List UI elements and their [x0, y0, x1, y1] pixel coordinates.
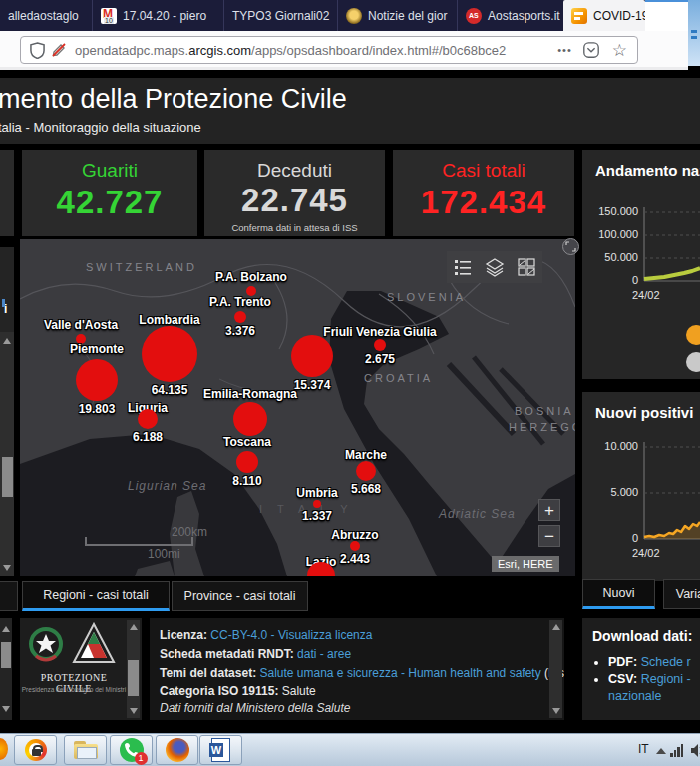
browser-tab-3[interactable]: TYPO3 Giornali02 [: [223, 0, 331, 31]
tray-network-icon[interactable]: [670, 744, 686, 757]
license-link[interactable]: Visualizza licenza: [278, 628, 373, 642]
region-label: Toscana: [223, 435, 271, 449]
region-bubble[interactable]: [236, 451, 258, 473]
license-link[interactable]: Salute umana e sicurezza - Human health …: [259, 666, 540, 680]
protezione-civile-logo: [72, 622, 116, 670]
arcgis-dashboard-icon: [571, 8, 587, 24]
stat-value: 22.745: [204, 182, 385, 219]
clipped-map-tab[interactable]: [0, 581, 18, 611]
firefox-taskbar-icon[interactable]: [156, 735, 198, 765]
region-value: 8.110: [232, 474, 261, 488]
basemap-gallery-icon[interactable]: [518, 258, 535, 276]
page-actions-icon[interactable]: •••: [557, 44, 572, 56]
download-link[interactable]: Regioni -: [641, 672, 691, 686]
download-link[interactable]: nazionale: [608, 689, 662, 703]
region-bubble[interactable]: [234, 311, 246, 323]
url-field[interactable]: opendatadpc.maps.arcgis.com/apps/opsdash…: [20, 36, 638, 64]
license-link[interactable]: CC-BY-4.0: [210, 628, 267, 642]
tracking-shield-icon[interactable]: [30, 42, 45, 59]
bookmark-star-icon[interactable]: ☆: [612, 40, 627, 61]
legend-icon[interactable]: [454, 258, 472, 276]
legend-dot-orange: [686, 325, 700, 345]
stat-panel-casi-totali: Casi totali 172.434: [393, 150, 574, 236]
region-bubble[interactable]: [313, 500, 321, 508]
browser-tab-1[interactable]: alledaostaglo: [0, 0, 86, 31]
region-value: 19.803: [79, 402, 116, 416]
region-label: Umbria: [296, 486, 337, 500]
whatsapp-badge: 1: [135, 752, 148, 765]
tray-language-indicator[interactable]: IT: [638, 742, 649, 756]
screen: { "browser": { "tabs": [ {"title": "alle…: [0, 0, 700, 766]
stat-value: 172.434: [393, 184, 574, 221]
license-link[interactable]: aree: [327, 647, 351, 661]
chart-tab-nuovi[interactable]: Nuovi: [582, 579, 655, 609]
region-value: 15.374: [294, 378, 331, 392]
browser-tab-4[interactable]: Notizie del gior: [337, 0, 451, 31]
layers-icon[interactable]: [485, 257, 505, 277]
logo-text-2: Presidenza del Consiglio dei Ministri: [20, 686, 128, 693]
pocket-icon[interactable]: [582, 41, 600, 59]
clipped-bottom-scrollbar[interactable]: [0, 618, 12, 720]
region-bubble[interactable]: [350, 541, 360, 551]
map-attribution: Esri, HERE: [492, 556, 559, 572]
browser-tab-5[interactable]: AS Aostasports.it -: [457, 0, 560, 31]
blocked-permission-icon[interactable]: [51, 42, 67, 58]
logo-scrollbar[interactable]: [127, 620, 140, 718]
download-item-csv: CSV: Regioni - nazionale: [608, 671, 691, 705]
region-bubble[interactable]: [374, 339, 386, 351]
region-bubble[interactable]: [356, 461, 376, 481]
license-scrollbar[interactable]: [549, 620, 562, 718]
region-bubble[interactable]: [138, 409, 158, 429]
browser-tab-2[interactable]: M 10 17.04.20 - piero: [92, 0, 217, 31]
region-value: 2.443: [340, 552, 370, 566]
stat-panel-guariti: Guariti 42.727: [22, 150, 197, 236]
map-tab-province[interactable]: Province - casi totali: [172, 581, 308, 611]
zoom-in-button[interactable]: +: [538, 499, 560, 521]
tab-title: 17.04.20 - piero: [123, 9, 206, 23]
whatsapp-taskbar-icon[interactable]: 1: [110, 735, 153, 765]
tab-title: COVID-19 IT: [593, 9, 645, 23]
word-taskbar-icon[interactable]: W: [199, 735, 242, 765]
region-label: P.A. Trento: [209, 295, 271, 309]
page-title: mento della Protezione Civile: [0, 84, 347, 115]
expand-icon[interactable]: [562, 238, 579, 255]
download-link[interactable]: Schede r: [641, 655, 691, 669]
browser-tab-active[interactable]: COVID-19 IT ×: [563, 0, 645, 31]
region-bubble[interactable]: [291, 335, 333, 377]
tray-show-hidden-icon[interactable]: [656, 748, 666, 754]
stat-panel-deceduti: Deceduti 22.745 Conferma dati in attesa …: [204, 150, 385, 236]
stat-label: Guariti: [22, 160, 197, 182]
tray-volume-icon[interactable]: [690, 743, 700, 762]
region-value: 2.675: [365, 352, 395, 366]
region-label: Friuli Venezia Giulia: [323, 325, 436, 339]
background-window-edge: [688, 0, 700, 66]
region-bubble[interactable]: [233, 402, 267, 436]
clipped-taskbar-icon[interactable]: [0, 738, 8, 760]
region-bubble[interactable]: [142, 326, 197, 382]
clipped-flag-icon: [2, 299, 5, 307]
region-bubble[interactable]: [76, 359, 118, 401]
chart-tab-variazione[interactable]: Variaz: [663, 579, 700, 609]
license-row-3: Temi del dataset: Salute umana e sicurez…: [160, 666, 564, 680]
license-row-1: Licenza: CC-BY-4.0 - Visualizza licenza: [160, 628, 372, 642]
stat-value: 42.727: [22, 184, 197, 221]
region-label: Piemonte: [70, 342, 124, 356]
license-row-4: Categoria ISO 19115: Salute: [160, 684, 316, 698]
antivirus-taskbar-icon[interactable]: [14, 735, 57, 765]
license-link[interactable]: dati: [297, 647, 316, 661]
logo-panel: PROTEZIONE CIVILE Presidenza del Consigl…: [20, 618, 142, 720]
clipped-left-stat-panel: [0, 150, 14, 236]
map-tab-regioni[interactable]: Regioni - casi totali: [22, 581, 170, 611]
region-label: P.A. Bolzano: [215, 270, 287, 284]
license-row-5: Dati forniti dal Ministero della Salute: [160, 701, 350, 715]
tab-title: Notizie del gior: [368, 9, 447, 23]
zoom-out-button[interactable]: −: [538, 525, 560, 547]
clipped-scrollbar[interactable]: [0, 332, 14, 576]
andamento-chart[interactable]: [582, 150, 700, 379]
gmail-icon: M 10: [101, 8, 117, 24]
map-panel[interactable]: SWITZERLAND SLOVENIA CROATIA BOSNIA HERZ…: [20, 239, 575, 576]
region-label: Marche: [345, 448, 387, 462]
url-text: opendatadpc.maps.arcgis.com/apps/opsdash…: [75, 43, 547, 58]
file-explorer-taskbar-icon[interactable]: [64, 735, 107, 765]
region-value: 6.188: [133, 430, 163, 444]
